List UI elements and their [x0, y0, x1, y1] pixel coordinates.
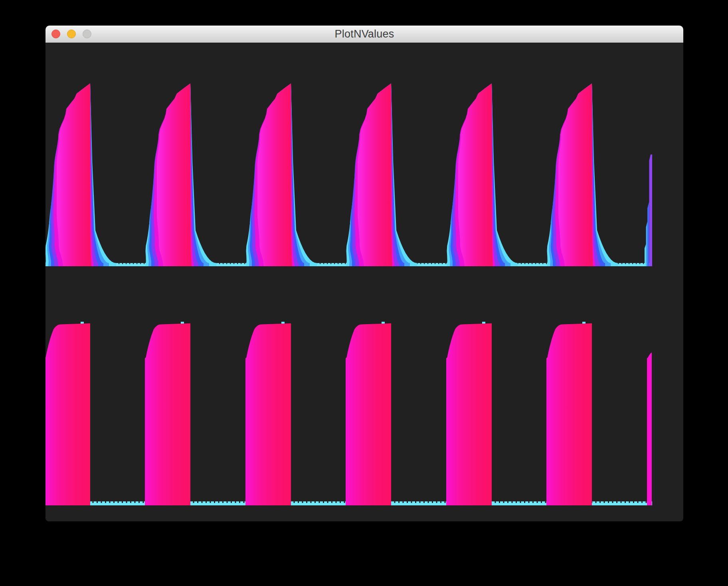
traffic-lights	[51, 26, 91, 42]
write-head-sliver-violet	[649, 154, 653, 266]
pulse	[46, 83, 116, 266]
minimize-button[interactable]	[67, 30, 76, 38]
pulse-body	[358, 83, 392, 266]
write-head-sliver-blue	[647, 202, 649, 266]
pulse-body	[346, 323, 391, 505]
pulse	[346, 83, 417, 266]
pulse-body	[546, 323, 592, 505]
pulse-body	[458, 83, 493, 266]
write-head-sliver-light-blue	[646, 222, 648, 266]
write-head-sliver	[647, 352, 652, 505]
pulse-body	[46, 323, 90, 505]
zoom-button[interactable]	[83, 30, 91, 38]
pulse-body	[57, 83, 91, 266]
title-bar[interactable]: PlotNValues	[46, 26, 683, 43]
pulse-body	[446, 323, 492, 505]
app-window: PlotNValues	[46, 26, 683, 521]
pulse	[447, 83, 518, 266]
plot-canvas	[46, 43, 683, 521]
pulse-body	[245, 323, 291, 505]
pulse	[547, 83, 618, 266]
pulse	[145, 83, 216, 266]
pulse-body	[157, 83, 192, 266]
bottom-strip	[46, 322, 652, 505]
write-head-sliver-cyan	[645, 244, 646, 266]
pulse	[246, 83, 317, 266]
window-title: PlotNValues	[335, 28, 394, 40]
pulse-body	[145, 323, 190, 505]
top-strip	[46, 83, 652, 266]
close-button[interactable]	[51, 30, 60, 38]
pulse-body	[558, 83, 593, 266]
plot-area	[46, 43, 683, 521]
pulse-body	[257, 83, 292, 266]
